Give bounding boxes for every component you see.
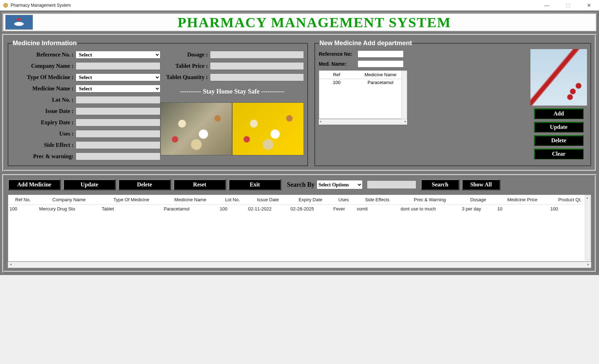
label-type: Type Of Medicine : [12, 74, 76, 80]
table-row[interactable]: 100Paracetamol [319, 79, 407, 86]
reset-button[interactable]: Reset [173, 179, 226, 190]
main-grid[interactable]: Ref No.Company NameType Of MedicineMedic… [8, 195, 591, 262]
label-ref-no: Reference No. : [12, 52, 76, 58]
nm-update-button[interactable]: Update [534, 122, 583, 132]
svg-point-0 [4, 3, 8, 7]
label-dosage: Dosage : [160, 52, 210, 58]
pills-image-a [160, 102, 232, 155]
header-banner: PHARMACY MANAGEMENT SYSTEM [2, 13, 597, 32]
nm-vscrollbar[interactable] [401, 71, 407, 124]
grid-header[interactable]: Dosage [460, 195, 496, 205]
label-company: Company Name : [12, 63, 76, 69]
logo-icon [5, 15, 33, 30]
label-issue: Issue Date : [12, 108, 76, 114]
nm-th-name: Medicine Name [354, 71, 407, 79]
company-name-input[interactable] [76, 62, 160, 70]
label-uses: Uses : [12, 131, 76, 137]
new-medicine-legend: New Medicine Add department [319, 40, 412, 47]
svg-rect-2 [17, 19, 22, 20]
nm-add-button[interactable]: Add [534, 108, 583, 119]
expiry-date-input[interactable] [76, 119, 160, 126]
label-tab-price: Tablet Price : [160, 63, 210, 69]
nm-th-ref: Ref [319, 71, 354, 79]
type-of-medicine-select[interactable]: Select [76, 73, 160, 81]
label-med-name: Medicine Name : [12, 85, 76, 92]
table-row[interactable]: 100Mercury Drug StoTabletParacetamol1000… [8, 205, 591, 213]
nm-clear-button[interactable]: Clear [534, 149, 583, 159]
titlebar: Pharmacy Management System — ▢ ✕ [0, 0, 599, 11]
window-title: Pharmacy Management System [11, 3, 540, 8]
dosage-input[interactable] [210, 51, 304, 59]
stay-safe-text: ---------- Stay Home Stay Safe ---------… [160, 88, 304, 95]
label-prec: Prec & warning: [12, 153, 76, 160]
close-button[interactable]: ✕ [582, 2, 596, 8]
add-medicine-button[interactable]: Add Medicine [8, 179, 61, 190]
new-medname-input[interactable] [358, 60, 404, 67]
uses-input[interactable] [76, 130, 160, 138]
grid-header[interactable]: Uses [332, 195, 355, 205]
mask-syringe-image [530, 49, 587, 106]
new-medicine-panel: New Medicine Add department Reference No… [315, 40, 591, 166]
tablet-quantity-input[interactable] [210, 73, 304, 81]
label-nm-ref: Reference No: [319, 51, 358, 57]
new-medicine-table[interactable]: Ref Medicine Name 100Paracetamol [319, 70, 407, 119]
search-by-label: Search By [287, 181, 315, 189]
search-button[interactable]: Search [421, 179, 459, 190]
grid-hscrollbar[interactable] [8, 262, 591, 268]
grid-header[interactable]: Expiry Date [289, 195, 332, 205]
search-input[interactable] [367, 180, 416, 189]
grid-header[interactable]: Issue Date [247, 195, 289, 205]
grid-header[interactable]: Prec & Warning [399, 195, 460, 205]
update-button[interactable]: Update [63, 179, 116, 190]
lot-no-input[interactable] [76, 96, 160, 104]
label-nm-name: Med. Name: [319, 61, 358, 67]
grid-header[interactable]: Medicine Name [162, 195, 218, 205]
show-all-button[interactable]: Show All [462, 179, 500, 190]
grid-header[interactable]: Medicine Price [496, 195, 549, 205]
tablet-price-input[interactable] [210, 62, 304, 70]
medicine-info-panel: Medicine Information Reference No. : Sel… [8, 40, 308, 166]
app-heading: PHARMACY MANAGEMENT SYSTEM [33, 14, 596, 31]
grid-header[interactable]: Type Of Medicine [100, 195, 163, 205]
medicine-info-legend: Medicine Information [12, 40, 77, 47]
pills-image-b [232, 102, 304, 155]
new-ref-input[interactable] [358, 50, 404, 58]
label-lot: Lot No. : [12, 97, 76, 103]
maximize-button[interactable]: ▢ [561, 2, 575, 8]
issue-date-input[interactable] [76, 107, 160, 115]
svg-rect-4 [14, 23, 24, 25]
minimize-button[interactable]: — [540, 2, 554, 8]
label-tab-qty: Tablet Quantity : [160, 74, 210, 80]
prec-warning-input[interactable] [76, 153, 160, 160]
grid-vscrollbar[interactable] [585, 195, 591, 260]
app-icon [3, 2, 8, 8]
grid-header[interactable]: Lot No. [218, 195, 247, 205]
side-effect-input[interactable] [76, 141, 160, 149]
nm-hscrollbar[interactable] [319, 119, 407, 125]
grid-header[interactable]: Side Effects [355, 195, 399, 205]
reference-no-select[interactable]: Select [76, 51, 160, 59]
nm-delete-button[interactable]: Delete [534, 135, 583, 146]
delete-button[interactable]: Delete [118, 179, 171, 190]
label-expiry: Expiry Date : [12, 119, 76, 126]
grid-header[interactable]: Company Name [38, 195, 100, 205]
exit-button[interactable]: Exit [228, 179, 281, 190]
action-bar: Add Medicine Update Delete Reset Exit Se… [8, 179, 591, 190]
search-by-select[interactable]: Select Options [317, 180, 363, 189]
label-side: Side Effect : [12, 142, 76, 148]
medicine-name-select[interactable]: Select [76, 85, 160, 93]
grid-header[interactable]: Ref No. [8, 195, 38, 205]
